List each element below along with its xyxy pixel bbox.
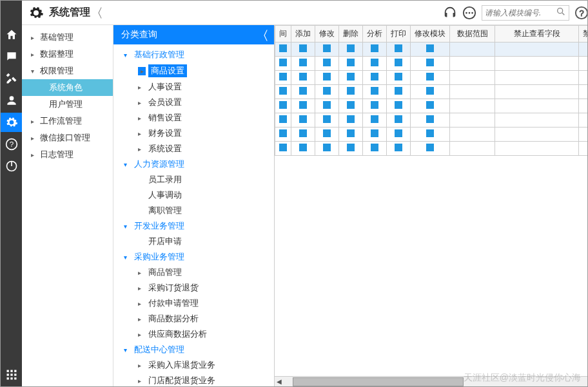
grid-cell[interactable] [450,99,495,113]
sidebar-item[interactable]: ▸基础管理 [22,29,113,46]
grid-cell[interactable] [315,57,339,71]
checkbox-icon[interactable] [323,115,331,123]
checkbox-icon[interactable] [426,87,434,95]
grid-cell[interactable] [339,85,363,99]
grid-cell[interactable] [315,99,339,113]
grid-cell[interactable] [411,113,450,127]
category-group[interactable]: ▾配送中心管理 [113,342,274,357]
checkbox-icon[interactable] [323,87,331,95]
tools-icon[interactable] [1,69,22,88]
sidebar-item[interactable]: ▸数据整理 [22,46,113,62]
apps-icon[interactable] [1,368,22,381]
category-item[interactable]: 开店申请 [113,234,274,249]
table-row[interactable] [275,85,589,99]
grid-cell[interactable] [315,42,339,57]
checkbox-icon[interactable] [299,144,307,151]
grid-cell[interactable] [495,71,579,85]
table-row[interactable] [275,57,589,71]
checkbox-icon[interactable] [347,144,355,151]
checkbox-icon[interactable] [347,129,355,137]
grid-cell[interactable] [579,85,589,99]
checkbox-icon[interactable] [395,115,402,123]
category-group[interactable]: ▾采购业务管理 [113,249,274,265]
grid-header[interactable]: 打印 [387,26,411,42]
checkbox-icon[interactable] [347,73,355,80]
grid-header[interactable]: 禁 [579,26,589,42]
grid-cell[interactable] [411,85,450,99]
checkbox-icon[interactable] [299,44,307,52]
checkbox-icon[interactable] [426,73,434,80]
sidebar-item[interactable]: ▸微信接口管理 [22,129,113,146]
chat-icon[interactable] [1,47,22,66]
grid-cell[interactable] [411,127,450,142]
grid-cell[interactable] [495,142,579,156]
checkbox-icon[interactable] [426,144,434,151]
search-icon[interactable] [556,6,566,19]
grid-cell[interactable] [291,127,315,142]
grid-cell[interactable] [275,142,291,156]
grid-cell[interactable] [339,127,363,142]
checkbox-icon[interactable] [279,144,287,151]
grid-cell[interactable] [291,99,315,113]
checkbox-icon[interactable] [299,129,307,137]
grid-cell[interactable] [339,142,363,156]
category-item[interactable]: ▸销售设置 [113,110,274,126]
category-item[interactable]: 人事调动 [113,187,274,203]
grid-header[interactable]: 删除 [339,26,363,42]
grid-cell[interactable] [315,85,339,99]
checkbox-icon[interactable] [299,115,307,123]
category-group[interactable]: ▾基础行政管理 [113,47,274,62]
grid-cell[interactable] [387,71,411,85]
grid-cell[interactable] [450,142,495,156]
grid-header[interactable]: 禁止查看字段 [495,26,579,42]
grid-cell[interactable] [315,71,339,85]
category-item[interactable]: ▸商品设置 [113,62,274,79]
checkbox-icon[interactable] [426,59,434,66]
checkbox-icon[interactable] [395,59,402,66]
grid-cell[interactable] [339,42,363,57]
grid-cell[interactable] [275,57,291,71]
checkbox-icon[interactable] [299,87,307,95]
more-icon[interactable] [462,6,476,20]
grid-cell[interactable] [579,71,589,85]
checkbox-icon[interactable] [371,144,378,151]
home-icon[interactable] [1,25,22,44]
sidebar-subitem[interactable]: 用户管理 [22,96,113,113]
grid-cell[interactable] [411,142,450,156]
grid-cell[interactable] [411,99,450,113]
grid-cell[interactable] [387,42,411,57]
grid-cell[interactable] [291,42,315,57]
table-row[interactable] [275,99,589,113]
grid-cell[interactable] [291,142,315,156]
grid-cell[interactable] [387,99,411,113]
grid-cell[interactable] [387,127,411,142]
grid-cell[interactable] [363,71,387,85]
grid-cell[interactable] [579,99,589,113]
category-item[interactable]: ▸人事设置 [113,79,274,95]
grid-cell[interactable] [579,142,589,156]
grid-cell[interactable] [450,113,495,127]
gear-icon[interactable] [1,113,22,132]
category-item[interactable]: 离职管理 [113,203,274,218]
checkbox-icon[interactable] [395,44,402,52]
panel-collapse-icon[interactable]: 〈 [264,28,268,42]
table-row[interactable] [275,42,589,57]
category-item[interactable]: ▸商品数据分析 [113,311,274,326]
checkbox-icon[interactable] [323,44,331,52]
grid-cell[interactable] [495,85,579,99]
checkbox-icon[interactable] [426,115,434,123]
search-input[interactable] [485,8,556,17]
checkbox-icon[interactable] [371,115,378,123]
grid-cell[interactable] [363,85,387,99]
grid-cell[interactable] [579,127,589,142]
category-item[interactable]: ▸财务设置 [113,126,274,141]
checkbox-icon[interactable] [371,87,378,95]
sidebar-item[interactable]: ▾权限管理 [22,62,113,79]
grid-header[interactable]: 分析 [363,26,387,42]
checkbox-icon[interactable] [279,101,287,109]
horizontal-scrollbar[interactable]: ◀ ▶ [275,376,588,386]
grid-cell[interactable] [495,99,579,113]
checkbox-icon[interactable] [279,44,287,52]
checkbox-icon[interactable] [323,101,331,109]
resize-handle[interactable] [275,25,277,386]
